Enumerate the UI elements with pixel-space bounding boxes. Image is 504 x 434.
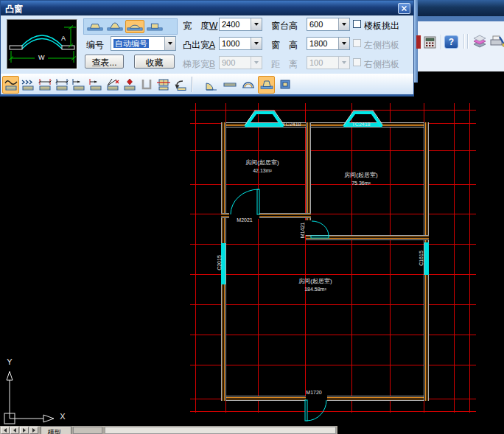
slab-overhang-checkbox[interactable] <box>353 20 361 28</box>
room-area: 42.13m² <box>228 167 296 174</box>
shape-selector <box>83 18 178 35</box>
chevron-down-icon <box>254 61 259 64</box>
axis-offset-insert-icon <box>88 78 103 91</box>
overhang-dropdown-button[interactable] <box>251 38 262 49</box>
axis-offset-insert-button[interactable] <box>87 76 104 94</box>
axis-line <box>190 335 476 335</box>
number-value: 自动编号 <box>113 39 149 48</box>
distance-dropdown-button <box>338 57 349 69</box>
tab-first-button[interactable] <box>1 427 10 434</box>
axis-line <box>190 274 476 275</box>
pier-width-insert-button[interactable] <box>70 76 87 94</box>
app-titlebar[interactable] <box>418 0 504 16</box>
tab-next-button[interactable] <box>20 427 29 434</box>
layout-tab-bar: 模型 <box>0 426 337 434</box>
axis-equidistant-insert-button[interactable] <box>36 76 53 94</box>
window-tag: C2015 <box>216 247 223 279</box>
chevron-down-icon <box>342 23 346 26</box>
dialog-titlebar[interactable]: 凸窗 <box>1 1 413 15</box>
window-height-dropdown-button[interactable] <box>338 38 349 49</box>
upper-floor-window-button[interactable] <box>138 76 155 94</box>
shape-arc-bay-button[interactable] <box>125 20 144 33</box>
replace-window-button[interactable] <box>155 76 172 94</box>
sequential-insert-button[interactable] <box>19 76 36 94</box>
help-icon[interactable]: ? <box>444 35 458 49</box>
free-insert-icon <box>4 78 18 91</box>
toolbar-separator <box>441 35 442 49</box>
wall-hole-button[interactable] <box>276 76 293 94</box>
menubar-strip <box>418 16 504 21</box>
fill-wall-insert-button[interactable] <box>121 76 138 94</box>
door-tag: M2021 <box>227 217 262 223</box>
window-height-combobox[interactable]: 1800 <box>307 37 350 50</box>
corner-bay-window-icon <box>204 78 219 91</box>
sill-height-combobox[interactable]: 600 <box>307 18 350 31</box>
straight-window-icon <box>223 78 237 91</box>
tab-model[interactable]: 模型 <box>41 426 71 434</box>
pick-parameters-icon <box>173 78 188 91</box>
chevron-down-icon <box>168 42 172 45</box>
tab-last-button[interactable] <box>29 427 38 434</box>
chevron-down-icon <box>342 42 346 45</box>
door-opening <box>306 395 327 402</box>
arc-bay-icon <box>126 20 144 33</box>
book-icon[interactable] <box>416 35 422 49</box>
distance-label: 距 离 <box>271 58 298 71</box>
layers-icon[interactable] <box>472 35 487 49</box>
free-insert-button[interactable] <box>2 76 19 94</box>
sill-height-dropdown-button[interactable] <box>338 18 349 30</box>
slab-overhang-label: 楼板挑出 <box>364 20 399 32</box>
bay-window-icon <box>259 78 274 91</box>
axis-line <box>190 110 476 111</box>
replace-window-icon <box>156 78 171 91</box>
wall-equidistant-insert-button[interactable] <box>53 76 70 94</box>
ucs-x-label: X <box>57 413 68 420</box>
angle-insert-icon <box>105 78 120 91</box>
window-c1615 <box>424 242 429 275</box>
calculator-icon[interactable] <box>424 36 436 49</box>
close-button[interactable] <box>398 3 410 14</box>
door-arc-m2021 <box>231 189 259 214</box>
statusbar-field <box>105 427 336 434</box>
room-name: 房间(起居室) <box>327 172 395 178</box>
axis-line <box>258 103 259 413</box>
left-panel-label: 左侧挡板 <box>364 39 399 52</box>
axis-line <box>190 304 476 305</box>
preview-drawing <box>7 20 77 69</box>
width-combobox[interactable]: 2400 <box>219 18 262 31</box>
number-dropdown-button[interactable] <box>164 37 175 50</box>
sill-height-label: 窗台高 <box>271 20 298 32</box>
plot-icon[interactable] <box>490 35 504 49</box>
door-arc-m1720 <box>307 400 326 421</box>
wall <box>306 235 429 240</box>
room-name: 房间(起居室) <box>281 278 349 284</box>
number-label: 编号 <box>86 39 104 52</box>
pick-parameters-button[interactable] <box>172 76 189 94</box>
axis-line <box>454 103 455 413</box>
fill-wall-insert-icon <box>122 78 137 91</box>
shape-flat-top-bay-button[interactable] <box>85 20 105 33</box>
shape-polygon-bay-button[interactable] <box>105 20 125 33</box>
lookup-table-button[interactable]: 查表... <box>85 55 124 69</box>
axis-line <box>190 244 476 245</box>
app-toolbar: ? <box>418 21 504 71</box>
favorite-button[interactable]: 收藏 <box>134 55 175 69</box>
rect-bay-icon <box>146 20 164 33</box>
room-area: 184.58m² <box>281 286 349 293</box>
width-dropdown-button[interactable] <box>251 18 262 30</box>
tab-prev-button[interactable] <box>10 427 19 434</box>
flat-top-bay-icon <box>86 20 104 33</box>
angle-insert-button[interactable] <box>104 76 121 94</box>
number-combobox[interactable]: 自动编号 <box>111 36 176 51</box>
window-height-label: 窗 高 <box>271 39 298 52</box>
tab-layout[interactable] <box>73 427 102 434</box>
overhang-width-combobox[interactable]: 1000 <box>219 37 262 50</box>
arc-window-button[interactable] <box>239 76 256 94</box>
overhang-width-label: 凸出宽A <box>183 39 215 52</box>
straight-window-button[interactable] <box>221 76 238 94</box>
axis-line <box>195 103 196 413</box>
preview-depth-label: A <box>61 35 66 42</box>
corner-bay-window-button[interactable] <box>203 76 220 94</box>
bay-window-button[interactable] <box>258 76 275 94</box>
shape-rect-bay-button[interactable] <box>145 20 164 33</box>
